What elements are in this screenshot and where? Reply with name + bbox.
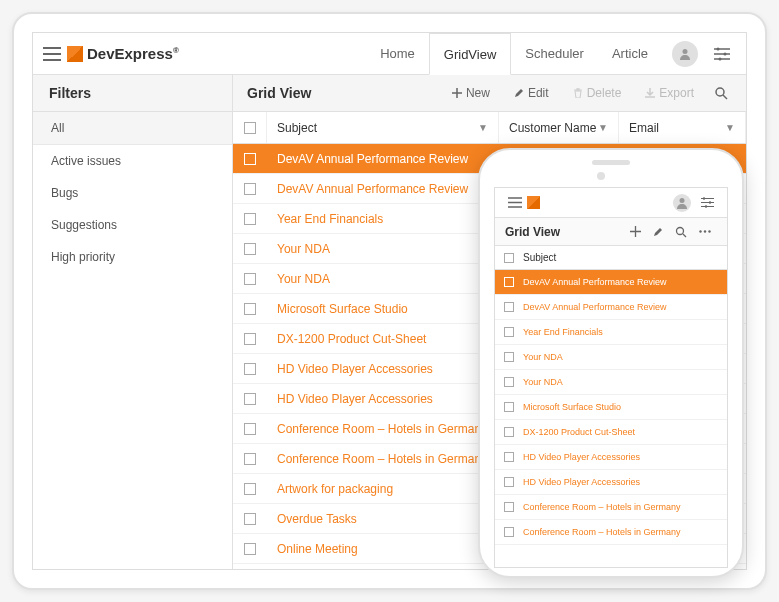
search-icon[interactable] [669,226,693,238]
row-checkbox[interactable] [495,452,523,462]
svg-point-10 [677,227,684,234]
page-title: Grid View [505,225,560,239]
row-checkbox[interactable] [495,402,523,412]
cell-subject: DX-1200 Product Cut-Sheet [523,427,727,437]
filter-icon[interactable]: ▼ [598,122,608,133]
select-all-checkbox[interactable] [495,253,523,263]
table-row[interactable]: Conference Room – Hotels in Germany [495,495,727,520]
svg-point-12 [704,230,706,232]
filter-item[interactable]: Suggestions [33,209,232,241]
nav-home[interactable]: Home [366,33,429,75]
row-checkbox[interactable] [233,243,267,255]
hamburger-icon[interactable] [503,197,527,208]
row-checkbox[interactable] [233,453,267,465]
table-row[interactable]: Year End Financials [495,320,727,345]
svg-point-11 [699,230,701,232]
select-all-checkbox[interactable] [233,112,267,143]
filter-item[interactable]: All [33,112,232,145]
svg-point-2 [724,52,727,55]
table-row[interactable]: Your NDA [495,345,727,370]
search-icon[interactable] [710,86,732,100]
svg-point-8 [709,201,711,203]
filter-item[interactable]: Bugs [33,177,232,209]
filter-icon[interactable]: ▼ [478,122,488,133]
table-row[interactable]: DevAV Annual Performance Review [495,270,727,295]
row-checkbox[interactable] [233,483,267,495]
more-icon[interactable] [693,230,717,233]
svg-point-1 [717,47,720,50]
row-checkbox[interactable] [495,527,523,537]
cell-subject: Your NDA [523,352,727,362]
row-checkbox[interactable] [495,277,523,287]
brand-logo: DevExpress® [67,45,179,62]
user-avatar[interactable] [668,194,696,212]
phone-grid-header: Subject [495,246,727,270]
logo-mark-icon [527,196,540,209]
phone-screen: Grid View Subject DevAV Annual Performan… [494,187,728,568]
filter-item[interactable]: High priority [33,241,232,273]
cell-subject: Microsoft Surface Studio [523,402,727,412]
row-checkbox[interactable] [233,543,267,555]
col-email[interactable]: Email▼ [619,112,746,143]
edit-icon[interactable] [647,227,669,237]
row-checkbox[interactable] [233,213,267,225]
table-row[interactable]: DX-1200 Product Cut-Sheet [495,420,727,445]
row-checkbox[interactable] [495,352,523,362]
cell-subject: HD Video Player Accessories [523,477,727,487]
row-checkbox[interactable] [233,183,267,195]
table-row[interactable]: HD Video Player Accessories [495,470,727,495]
row-checkbox[interactable] [233,153,267,165]
table-row[interactable]: Your NDA [495,370,727,395]
row-checkbox[interactable] [495,327,523,337]
row-checkbox[interactable] [495,427,523,437]
cell-subject: Your NDA [267,242,499,256]
row-checkbox[interactable] [233,333,267,345]
export-button[interactable]: Export [637,86,702,100]
page-title: Grid View [247,85,311,101]
filter-icon[interactable]: ▼ [725,122,735,133]
row-checkbox[interactable] [495,477,523,487]
row-checkbox[interactable] [233,513,267,525]
cell-subject: HD Video Player Accessories [267,362,499,376]
svg-point-13 [708,230,710,232]
cell-subject: DevAV Annual Performance Review [267,182,499,196]
row-checkbox[interactable] [233,303,267,315]
new-button[interactable]: New [444,86,498,100]
col-customer[interactable]: Customer Name▼ [499,112,619,143]
hamburger-icon[interactable] [43,47,61,61]
cell-subject: Artwork for packaging [267,482,499,496]
row-checkbox[interactable] [233,363,267,375]
nav-gridview[interactable]: GridView [429,33,512,75]
row-checkbox[interactable] [233,273,267,285]
nav-scheduler[interactable]: Scheduler [511,33,598,75]
topbar: DevExpress® HomeGridViewSchedulerArticle [33,33,746,75]
delete-button[interactable]: Delete [565,86,630,100]
nav-article[interactable]: Article [598,33,662,75]
col-subject[interactable]: Subject▼ [267,112,499,143]
cell-subject: Your NDA [267,272,499,286]
cell-subject: Conference Room – Hotels in Germany [267,422,499,436]
settings-icon[interactable] [696,197,719,208]
row-checkbox[interactable] [495,377,523,387]
sidebar-title: Filters [33,75,232,112]
cell-subject: Year End Financials [267,212,499,226]
table-row[interactable]: DevAV Annual Performance Review [495,295,727,320]
row-checkbox[interactable] [495,302,523,312]
user-avatar[interactable] [672,41,698,67]
table-row[interactable]: Microsoft Surface Studio [495,395,727,420]
phone-frame: Grid View Subject DevAV Annual Performan… [478,148,744,578]
row-checkbox[interactable] [233,423,267,435]
settings-icon[interactable] [708,47,736,61]
logo-mark-icon [67,46,83,62]
row-checkbox[interactable] [495,502,523,512]
cell-subject: Overdue Tasks [267,512,499,526]
add-icon[interactable] [624,226,647,237]
edit-button[interactable]: Edit [506,86,557,100]
phone-header: Grid View [495,218,727,246]
row-checkbox[interactable] [233,393,267,405]
top-nav: HomeGridViewSchedulerArticle [366,33,662,75]
table-row[interactable]: HD Video Player Accessories [495,445,727,470]
table-row[interactable]: Conference Room – Hotels in Germany [495,520,727,545]
col-subject[interactable]: Subject [523,252,556,263]
filter-item[interactable]: Active issues [33,145,232,177]
